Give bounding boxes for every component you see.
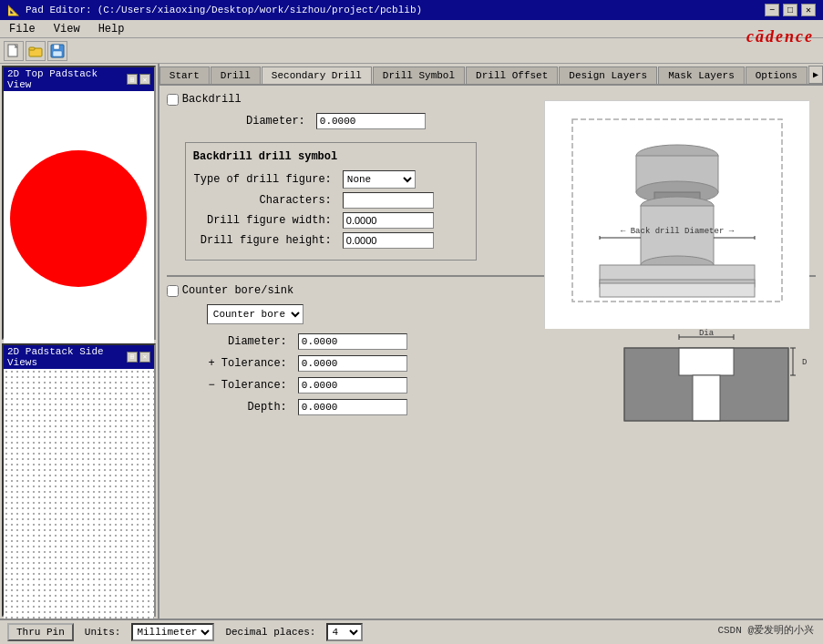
top-padstack-panel: 2D Top Padstack View ⊞ ✕	[2, 66, 156, 340]
drill-type-select[interactable]: None Circle Square Oblong	[343, 170, 416, 189]
app-title: Pad Editor:	[26, 5, 92, 15]
units-select[interactable]: Millimeter Inch Mil	[131, 623, 214, 641]
drill-height-row: Drill figure height:	[193, 232, 468, 249]
counter-bore-type-row: Counter bore Counter sink	[167, 304, 599, 324]
top-panel-restore[interactable]: ⊞	[127, 74, 138, 85]
tab-drill-symbol[interactable]: Drill Symbol	[373, 66, 465, 84]
tab-design-layers[interactable]: Design Layers	[559, 66, 657, 84]
left-panels: 2D Top Padstack View ⊞ ✕ 2D Padstack Sid…	[0, 64, 159, 618]
drill-type-label: Type of drill figure:	[193, 173, 339, 186]
decimal-label: Decimal places:	[225, 627, 315, 638]
symbol-box-title: Backdrill drill symbol	[193, 150, 468, 163]
main-layout: 2D Top Padstack View ⊞ ✕ 2D Padstack Sid…	[0, 64, 823, 618]
counter-plus-tolerance-label: + Tolerance:	[167, 357, 294, 370]
svg-text:Depth: Depth	[802, 358, 807, 367]
characters-row: Characters:	[193, 192, 468, 209]
top-view-content	[4, 91, 154, 347]
drill-type-row: Type of drill figure: None Circle Square…	[193, 170, 468, 189]
red-circle	[10, 150, 147, 287]
dotted-pattern	[4, 369, 154, 625]
tab-drill-offset[interactable]: Drill Offset	[466, 66, 558, 84]
tab-area: Start Drill Secondary Drill Drill Symbol…	[159, 64, 823, 618]
backdrill-diameter-row: Diameter:	[167, 113, 544, 129]
drill-width-input[interactable]	[343, 212, 434, 229]
counter-diameter-row: Diameter:	[167, 333, 599, 350]
app-path: (C:/Users/xiaoxing/Desktop/work/sizhou/p…	[98, 5, 422, 15]
characters-label: Characters:	[193, 194, 339, 207]
menu-view[interactable]: View	[48, 21, 86, 37]
new-button[interactable]	[4, 41, 24, 61]
drill-height-label: Drill figure height:	[193, 234, 339, 247]
characters-input[interactable]	[343, 192, 434, 209]
tab-drill[interactable]: Drill	[211, 66, 261, 84]
menu-file[interactable]: File	[4, 21, 41, 37]
counter-minus-tolerance-row: − Tolerance:	[167, 377, 599, 394]
tab-start[interactable]: Start	[159, 66, 210, 84]
counter-bore-type-select[interactable]: Counter bore Counter sink	[207, 304, 303, 324]
svg-rect-4	[54, 45, 59, 49]
backdrill-checkbox[interactable]	[167, 94, 179, 106]
drill-width-row: Drill figure width:	[193, 212, 468, 229]
top-panel-title: 2D Top Padstack View	[7, 68, 127, 90]
top-panel-close[interactable]: ✕	[139, 74, 150, 85]
maximize-button[interactable]: □	[783, 4, 797, 16]
tab-content: Backdrill Diameter: Backdrill drill sy	[159, 86, 823, 618]
counter-depth-label: Depth:	[167, 401, 294, 414]
counter-plus-tolerance-row: + Tolerance:	[167, 355, 599, 372]
counter-bore-checkbox-label[interactable]: Counter bore/sink	[167, 284, 293, 297]
close-button[interactable]: ✕	[801, 4, 816, 16]
side-panel-restore[interactable]: ⊞	[127, 352, 138, 363]
backdrill-symbol-box: Backdrill drill symbol Type of drill fig…	[185, 142, 477, 261]
counter-minus-tolerance-input[interactable]	[298, 377, 407, 394]
svg-rect-5	[53, 51, 62, 56]
counter-diameter-input[interactable]	[298, 333, 407, 350]
side-view-content	[4, 369, 154, 625]
counter-bore-image: Dia Depth	[606, 302, 807, 457]
counter-bore-checkbox[interactable]	[167, 285, 179, 297]
save-button[interactable]	[47, 41, 67, 61]
side-padstack-panel: 2D Padstack Side Views ⊞ ✕ Side Front	[2, 343, 156, 618]
tab-secondary-drill[interactable]: Secondary Drill	[262, 66, 372, 86]
title-bar: 📐 Pad Editor: (C:/Users/xiaoxing/Desktop…	[0, 0, 823, 20]
svg-text:← Back drill Diameter →: ← Back drill Diameter →	[621, 227, 735, 236]
svg-text:Dia: Dia	[699, 329, 715, 338]
toolbar	[0, 38, 823, 64]
open-button[interactable]	[26, 41, 46, 61]
units-label: Units:	[85, 627, 121, 638]
counter-depth-input[interactable]	[298, 399, 407, 415]
app-icon: 📐	[7, 5, 20, 16]
cadence-logo: cādence	[746, 27, 814, 46]
svg-rect-24	[679, 348, 734, 375]
backdrill-diameter-input[interactable]	[316, 113, 426, 129]
counter-depth-row: Depth:	[167, 399, 599, 415]
minimize-button[interactable]: −	[765, 4, 779, 16]
counter-bore-section: Counter bore/sink Counter bore Counter s…	[167, 284, 816, 461]
side-panel-close[interactable]: ✕	[139, 352, 150, 363]
tab-options[interactable]: Options	[746, 66, 808, 84]
menu-help[interactable]: Help	[93, 21, 130, 37]
backdrill-diameter-label: Diameter:	[167, 115, 313, 128]
tabs-scroll-right[interactable]: ▶	[808, 66, 823, 84]
status-bar: Thru Pin Units: Millimeter Inch Mil Deci…	[0, 618, 823, 644]
counter-minus-tolerance-label: − Tolerance:	[167, 379, 294, 392]
drill-height-input[interactable]	[343, 232, 434, 249]
side-panel-titlebar: 2D Padstack Side Views ⊞ ✕	[4, 345, 154, 369]
menu-bar: File View Help cādence	[0, 20, 823, 38]
svg-rect-25	[693, 375, 720, 421]
thru-pin-button[interactable]: Thru Pin	[7, 623, 74, 641]
drill-width-label: Drill figure width:	[193, 214, 339, 227]
counter-plus-tolerance-input[interactable]	[298, 355, 407, 372]
counter-diameter-label: Diameter:	[167, 335, 294, 348]
tab-mask-layers[interactable]: Mask Layers	[658, 66, 745, 84]
backdrill-section: Backdrill Diameter: Backdrill drill sy	[167, 93, 816, 268]
side-panel-title: 2D Padstack Side Views	[7, 346, 127, 368]
watermark-text: CSDN @爱发明的小兴	[717, 623, 814, 637]
backdrill-checkbox-label[interactable]: Backdrill	[167, 93, 242, 106]
top-panel-titlebar: 2D Top Padstack View ⊞ ✕	[4, 67, 154, 91]
decimal-select[interactable]: 1 2 3 4 5 6	[326, 623, 363, 641]
svg-rect-2	[29, 47, 35, 50]
tabs-container: Start Drill Secondary Drill Drill Symbol…	[159, 64, 823, 86]
